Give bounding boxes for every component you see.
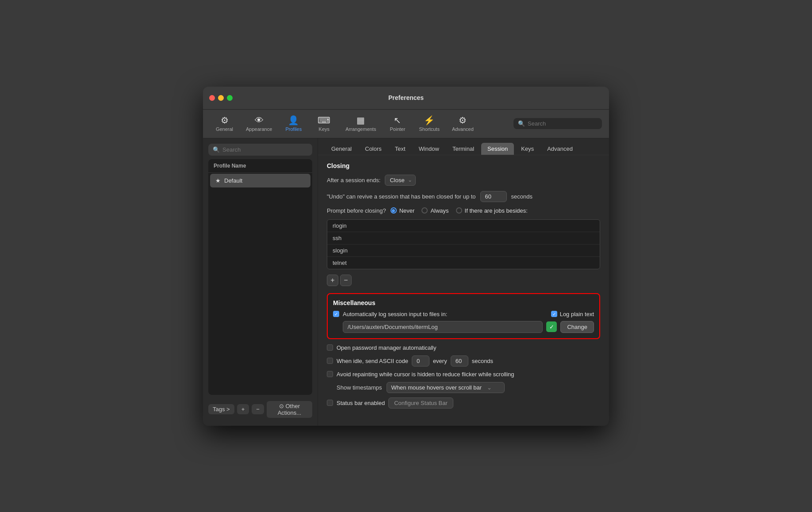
profile-name: Default (224, 177, 242, 184)
after-session-label: After a session ends: (327, 177, 380, 183)
open-password-row: Open password manager automatically (327, 344, 600, 351)
tab-window[interactable]: Window (413, 143, 445, 155)
sidebar-search-bar[interactable]: 🔍 (208, 144, 312, 156)
avoid-repaint-label: Avoid repainting while cursor is hidden … (337, 371, 514, 378)
eye-icon: 👁 (255, 116, 264, 125)
log-plain-checkbox[interactable] (551, 311, 557, 317)
titlebar: Preferences (203, 87, 609, 110)
remove-job-button[interactable]: − (340, 275, 352, 286)
undo-seconds-input[interactable] (480, 191, 507, 202)
tab-general[interactable]: General (325, 143, 358, 155)
sidebar-search-icon: 🔍 (213, 146, 220, 153)
profile-list-header: Profile Name (208, 159, 312, 173)
list-controls: + − (327, 275, 600, 286)
radio-always[interactable]: Always (421, 207, 448, 214)
after-session-select[interactable]: Close (385, 175, 416, 186)
auto-log-label: Automatically log session input to files… (343, 311, 447, 317)
send-ascii-row: When idle, send ASCII code every seconds (327, 355, 600, 367)
radio-always-btn[interactable] (421, 207, 428, 214)
tab-advanced[interactable]: Advanced (541, 143, 579, 155)
toolbar-general[interactable]: ⚙ General (210, 113, 239, 134)
remove-profile-button[interactable]: − (252, 404, 264, 414)
toolbar-arrangements[interactable]: ▦ Arrangements (340, 113, 381, 134)
toolbar-general-label: General (216, 126, 233, 132)
toolbar-arrangements-label: Arrangements (345, 126, 376, 132)
log-plain-label: Log plain text (560, 311, 594, 317)
job-list: rlogin ssh slogin telnet (327, 219, 600, 269)
radio-never[interactable]: Never (391, 207, 415, 214)
toolbar-search[interactable]: 🔍 (513, 118, 602, 129)
profile-tabs: General Colors Text Window Terminal Sess… (318, 138, 609, 155)
radio-never-btn[interactable] (391, 207, 397, 214)
main-layout: 🔍 Profile Name ★ Default Tags > + − ⊙ Ot… (203, 138, 609, 426)
minimize-button[interactable] (218, 95, 224, 101)
change-button[interactable]: Change (560, 321, 594, 333)
toolbar-profiles[interactable]: 👤 Profiles (279, 113, 308, 134)
list-item: telnet (327, 257, 600, 269)
send-ascii-label: When idle, send ASCII code (337, 358, 408, 364)
add-job-button[interactable]: + (327, 275, 338, 286)
arrangements-icon: ▦ (356, 116, 365, 125)
toolbar-appearance-label: Appearance (246, 126, 272, 132)
status-bar-checkbox[interactable] (327, 400, 333, 406)
content-body: Closing After a session ends: Close "Und… (318, 155, 609, 426)
add-profile-button[interactable]: + (237, 404, 249, 414)
fullscreen-button[interactable] (227, 95, 233, 101)
auto-log-checkbox[interactable] (333, 311, 339, 317)
timestamps-row: Show timestamps When mouse hovers over s… (327, 382, 600, 393)
every-value-input[interactable] (451, 355, 468, 367)
prompt-label: Prompt before closing? (327, 207, 386, 214)
sidebar: 🔍 Profile Name ★ Default Tags > + − ⊙ Ot… (203, 138, 318, 426)
close-select-wrapper: Close (385, 175, 416, 186)
radio-jobs[interactable]: If there are jobs besides: (456, 207, 528, 214)
other-actions-button[interactable]: ⊙ Other Actions... (267, 401, 312, 418)
radio-jobs-btn[interactable] (456, 207, 462, 214)
toolbar-shortcuts[interactable]: ⚡ Shortcuts (414, 113, 444, 134)
search-input[interactable] (528, 120, 594, 127)
toolbar-pointer-label: Pointer (390, 126, 405, 132)
toolbar-shortcuts-label: Shortcuts (419, 126, 439, 132)
search-icon: 🔍 (518, 120, 525, 127)
radio-group: Never Always If there are jobs besides: (391, 207, 528, 214)
misc-title: Miscellaneous (333, 299, 594, 306)
radio-always-label: Always (430, 207, 448, 214)
close-button[interactable] (209, 95, 215, 101)
status-bar-label: Status bar enabled (337, 400, 385, 406)
closing-section-title: Closing (327, 162, 600, 169)
gear-icon: ⚙ (221, 116, 229, 125)
path-row: ✓ Change (343, 321, 594, 333)
profile-item-default[interactable]: ★ Default (210, 174, 310, 187)
log-plain-group: Log plain text (551, 311, 594, 317)
keyboard-icon: ⌨ (318, 116, 330, 125)
log-path-input[interactable] (343, 321, 543, 333)
every-label: every (433, 358, 447, 364)
profile-list: Profile Name ★ Default (208, 159, 312, 395)
toolbar-advanced[interactable]: ⚙ Advanced (447, 113, 479, 134)
show-timestamps-label: Show timestamps (337, 384, 382, 391)
configure-status-bar-button[interactable]: Configure Status Bar (388, 397, 453, 409)
toolbar-advanced-label: Advanced (452, 126, 474, 132)
checkmark-icon: ✓ (546, 321, 557, 332)
toolbar-profiles-label: Profiles (285, 126, 302, 132)
advanced-icon: ⚙ (459, 116, 467, 125)
open-password-checkbox[interactable] (327, 344, 333, 351)
send-ascii-checkbox[interactable] (327, 358, 333, 364)
toolbar-keys[interactable]: ⌨ Keys (310, 113, 338, 134)
ascii-code-input[interactable] (412, 355, 429, 367)
undo-row: "Undo" can revive a session that has bee… (327, 191, 600, 202)
prompt-row: Prompt before closing? Never Always I (327, 207, 600, 214)
tab-terminal[interactable]: Terminal (446, 143, 480, 155)
toolbar-appearance[interactable]: 👁 Appearance (241, 113, 277, 134)
timestamps-dropdown[interactable]: When mouse hovers over scroll bar (387, 382, 505, 393)
tab-colors[interactable]: Colors (359, 143, 388, 155)
toolbar-pointer[interactable]: ↖ Pointer (383, 113, 412, 134)
avoid-repaint-checkbox[interactable] (327, 371, 333, 377)
sidebar-search-input[interactable] (222, 146, 308, 153)
misc-section: Miscellaneous Automatically log session … (327, 293, 600, 339)
tab-text[interactable]: Text (389, 143, 412, 155)
person-icon: 👤 (288, 116, 299, 125)
tags-button[interactable]: Tags > (208, 404, 234, 414)
lightning-icon: ⚡ (424, 116, 435, 125)
tab-session[interactable]: Session (481, 143, 514, 155)
tab-keys[interactable]: Keys (515, 143, 540, 155)
